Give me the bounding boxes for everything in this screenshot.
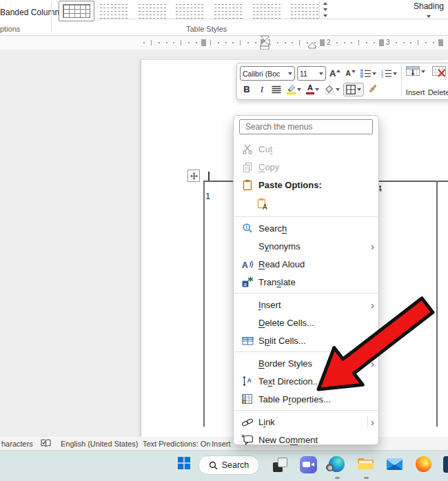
- shading-mini-dropdown-icon: [336, 88, 340, 91]
- shading-button[interactable]: Shading: [409, 0, 448, 23]
- text-direction-icon: A: [241, 376, 254, 387]
- task-view-button[interactable]: [273, 458, 289, 473]
- menu-separator: [234, 293, 378, 294]
- insert-button[interactable]: Insert: [405, 65, 427, 97]
- gallery-scroll-down-icon[interactable]: [323, 8, 327, 11]
- menu-item-read-aloud[interactable]: ARead Aloud: [234, 255, 378, 273]
- font-size-combobox[interactable]: 11: [297, 66, 326, 81]
- shading-mini-button[interactable]: [323, 84, 341, 95]
- font-color-dropdown-icon: [315, 88, 319, 91]
- gallery-scroll-up-icon[interactable]: [323, 2, 327, 5]
- table-style-thumbnail[interactable]: [137, 1, 167, 18]
- menu-item-translate[interactable]: aTranslate: [234, 273, 378, 291]
- insert-mode-status[interactable]: Insert: [212, 440, 231, 448]
- highlight-dropdown-icon: [297, 88, 301, 91]
- font-name-combobox[interactable]: Calibri (Boc: [240, 66, 295, 81]
- shading-label: Shading: [409, 1, 448, 11]
- mail-button[interactable]: [387, 458, 403, 473]
- text-predictions-status[interactable]: Text Predictions: On: [143, 440, 210, 448]
- format-painter-button[interactable]: [366, 83, 379, 95]
- gallery-scroll-buttons[interactable]: [319, 1, 330, 19]
- bullets-button[interactable]: [359, 68, 378, 79]
- menu-item-table-properties[interactable]: Table Properties...: [234, 390, 378, 408]
- ruler-tick: [232, 42, 234, 43]
- menu-item-insert[interactable]: Insert›: [234, 296, 378, 314]
- font-color-button[interactable]: A: [305, 83, 320, 95]
- ruler-tick: [181, 40, 181, 45]
- menu-item-label: Link: [258, 417, 365, 427]
- menu-item-split-cells[interactable]: Split Cells...: [234, 331, 378, 349]
- table-style-thumbnail[interactable]: [252, 1, 282, 18]
- justify-button[interactable]: [270, 85, 283, 94]
- right-indent-marker-icon[interactable]: [308, 42, 316, 49]
- ruler-tick: [433, 42, 434, 43]
- table-style-thumbnail-selected[interactable]: [59, 1, 94, 21]
- ruler-tick: [247, 42, 249, 43]
- table-style-thumbnail[interactable]: [99, 1, 129, 18]
- ruler-tick: [240, 40, 241, 45]
- menu-item-label: Synonyms: [258, 241, 368, 252]
- menu-item-new-comment[interactable]: New Comment: [234, 431, 378, 449]
- menu-item-link[interactable]: Link›: [234, 413, 378, 431]
- taskbar-search[interactable]: Search: [198, 456, 259, 475]
- bold-button[interactable]: B: [240, 83, 254, 95]
- ruler-tick: [403, 42, 405, 43]
- menu-item-copy[interactable]: Copy: [234, 158, 378, 176]
- shrink-font-button[interactable]: A: [344, 70, 356, 78]
- grow-font-button[interactable]: A: [328, 68, 342, 79]
- table-column-marker[interactable]: [201, 39, 206, 46]
- font-size-dropdown-icon: [319, 72, 323, 75]
- menu-item-paste-keep-text-only[interactable]: A: [234, 194, 378, 214]
- firefox-button[interactable]: [416, 456, 431, 472]
- highlight-button[interactable]: [285, 83, 303, 95]
- banded-columns-label[interactable]: Banded Columns: [0, 8, 63, 17]
- table-column-marker[interactable]: [438, 39, 443, 46]
- menu-item-search[interactable]: Search: [234, 219, 378, 237]
- numbering-icon: 123: [381, 69, 392, 78]
- table-style-thumbnail[interactable]: [174, 1, 205, 18]
- gallery-more-icon[interactable]: [323, 14, 327, 17]
- language-status[interactable]: English (United States): [61, 440, 139, 448]
- menu-search-input[interactable]: [239, 119, 373, 134]
- delete-table-icon: [432, 66, 446, 77]
- table-column-marker[interactable]: [379, 39, 384, 46]
- format-painter-icon: [367, 84, 378, 94]
- menu-item-delete-cells[interactable]: Delete Cells...: [234, 314, 378, 331]
- table-cell-1[interactable]: 1: [205, 191, 210, 201]
- justify-icon: [272, 85, 281, 94]
- blank-icon: [241, 299, 254, 311]
- submenu-chevron-icon: ›: [371, 417, 374, 427]
- menu-item-cut[interactable]: Cut: [234, 140, 378, 158]
- character-count[interactable]: haracters: [1, 440, 33, 448]
- menu-item-synonyms[interactable]: Synonyms›: [234, 237, 378, 255]
- insert-dropdown-icon: [421, 70, 425, 73]
- delete-button[interactable]: Delete: [427, 65, 448, 97]
- ribbon: Banded Columns ptions Shading Table Styl…: [0, 0, 448, 36]
- partial-app-button[interactable]: [443, 456, 448, 473]
- file-explorer-button[interactable]: [358, 458, 374, 473]
- table-style-thumbnail[interactable]: [213, 1, 243, 18]
- font-name-value: Calibri (Boc: [243, 70, 286, 78]
- ruler-tick: [210, 40, 211, 45]
- start-button[interactable]: [178, 457, 190, 472]
- shrink-font-icon: A: [345, 70, 350, 77]
- borders-button[interactable]: [343, 83, 364, 96]
- menu-item-label: Copy: [258, 162, 374, 172]
- proofing-icon[interactable]: [41, 439, 51, 449]
- svg-text:A: A: [263, 203, 267, 211]
- menu-item-label: Cut: [258, 144, 374, 154]
- table-column-marker[interactable]: [320, 39, 325, 46]
- numbering-button[interactable]: 123: [380, 68, 398, 79]
- table-style-thumbnail[interactable]: [289, 1, 320, 18]
- table-move-handle[interactable]: [187, 170, 200, 182]
- chat-button[interactable]: [300, 456, 317, 473]
- edge-button[interactable]: [329, 456, 345, 472]
- italic-button[interactable]: I: [256, 83, 268, 96]
- ruler-tick: [396, 42, 397, 43]
- menu-item-text-direction[interactable]: AText Direction...: [234, 372, 378, 390]
- svg-text:A: A: [247, 377, 252, 384]
- indent-marker-icon[interactable]: [259, 35, 270, 50]
- menu-item-paste-options[interactable]: Paste Options:: [234, 176, 378, 194]
- document-area: 1 4: [0, 50, 448, 437]
- menu-item-border-styles[interactable]: Border Styles›: [234, 354, 378, 372]
